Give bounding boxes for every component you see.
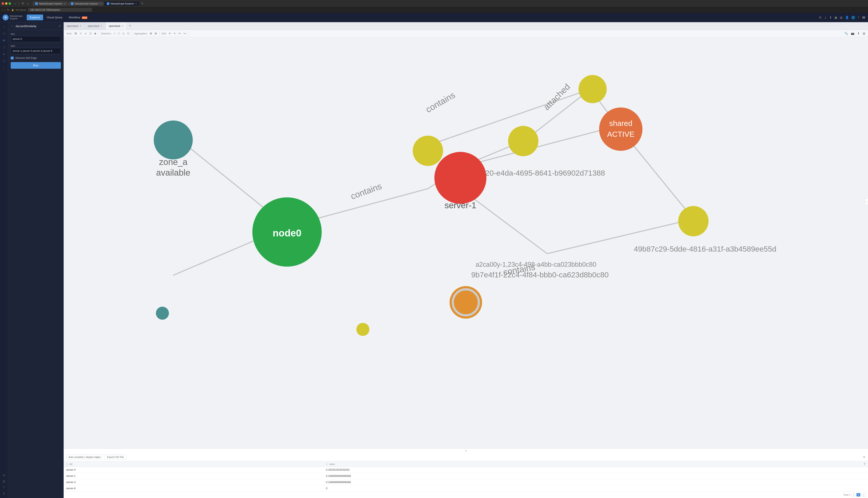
browser-tab-2[interactable]: NebulaGraph Explorer ✕ xyxy=(68,1,104,6)
node-bottom-left[interactable] xyxy=(156,306,169,319)
node-shared[interactable] xyxy=(599,107,642,151)
forward-button[interactable]: › xyxy=(17,1,20,5)
node-server1[interactable] xyxy=(434,152,487,204)
node-left-yellow[interactable] xyxy=(413,136,443,166)
panel-close-button[interactable]: ✕ xyxy=(58,24,61,28)
auto-fit-btn[interactable]: ⤢ xyxy=(78,31,83,36)
minimize-window-button[interactable] xyxy=(5,2,8,5)
export-csv-button[interactable]: Export CSV File xyxy=(105,455,126,459)
cell-value-3: 0 xyxy=(323,485,861,492)
sidebar-icon-hexagon[interactable]: ⬡ xyxy=(1,58,7,64)
redo-btn[interactable]: ↪ xyxy=(182,31,187,36)
console-icon[interactable]: ▣ xyxy=(834,16,837,19)
tab-favicon-3 xyxy=(107,2,109,5)
node-right-yellow[interactable] xyxy=(678,206,709,236)
close-window-button[interactable] xyxy=(2,2,4,5)
new-tab-button[interactable]: + xyxy=(140,1,144,6)
content-tab-1[interactable]: openstack ✕ xyxy=(64,22,85,30)
address-back-button[interactable]: ‹ xyxy=(2,8,3,12)
graph-canvas[interactable]: contains contains contains attached 69ce… xyxy=(64,37,868,448)
add-tab-button[interactable]: + xyxy=(127,24,133,28)
tab-close-2[interactable]: ✕ xyxy=(100,2,101,5)
detection-circle-btn[interactable]: ○ xyxy=(113,31,117,36)
layout-icon[interactable]: ▤ xyxy=(840,16,843,19)
reload-button[interactable]: ↻ xyxy=(21,1,25,5)
sidebar-icon-info[interactable]: ℹ xyxy=(1,490,7,496)
run-button[interactable]: Run xyxy=(11,62,61,69)
results-panel: ≡ Auto complete 1-degree edges Export CS… xyxy=(64,448,868,498)
table-view-btn[interactable]: ▤ xyxy=(861,31,866,36)
sidebar-icon-line[interactable]: ╱ xyxy=(1,44,7,50)
screenshot-btn[interactable]: 📷 xyxy=(850,31,855,36)
help-icon[interactable]: ? xyxy=(857,16,859,19)
nav-workflow[interactable]: Workflow Beta xyxy=(66,14,90,20)
results-footer: Total 4 ‹ 1 › xyxy=(64,492,868,498)
tab-close-3[interactable]: ✕ xyxy=(135,2,137,5)
sidebar-icon-history[interactable]: ↺ xyxy=(1,472,7,479)
content-tab-2[interactable]: openstack ✕ xyxy=(85,22,106,30)
content-tab-3[interactable]: openstack ✕ xyxy=(106,22,127,30)
sidebar-icon-search[interactable]: ⌕ xyxy=(1,24,7,30)
browser-tab-3[interactable]: NebulaGraph Explorer ✕ xyxy=(104,1,139,6)
share-btn[interactable]: ⬆ xyxy=(856,31,861,36)
detection-diamond-btn[interactable]: ◇ xyxy=(121,31,126,36)
panel-back-button[interactable]: ← xyxy=(11,24,14,28)
filter-icon[interactable]: ⊽ xyxy=(864,462,866,465)
prev-page-button[interactable]: ‹ xyxy=(852,493,855,497)
aggregation-split-btn[interactable]: ⊗ xyxy=(154,31,158,36)
ids2-input[interactable] xyxy=(11,48,61,54)
tab-close-1[interactable]: ✕ xyxy=(64,2,65,5)
nav-visual-query[interactable]: Visual Query xyxy=(43,14,65,20)
auto-expand-btn[interactable]: ⬡ xyxy=(88,31,93,36)
auto-complete-edges-button[interactable]: Auto complete 1-degree edges xyxy=(66,455,103,459)
node-top-yellow[interactable] xyxy=(578,75,607,103)
auto-collapse-btn[interactable]: ◈ xyxy=(93,31,98,36)
browser-tab-1[interactable]: NebulaGraph Explorer ✕ xyxy=(33,1,68,6)
export-icon[interactable]: ⬆ xyxy=(829,16,832,19)
content-tab-close-3[interactable]: ✕ xyxy=(122,25,124,27)
collapse-panel-button[interactable]: › xyxy=(865,198,868,205)
sidebar-icon-list[interactable]: ☰ xyxy=(1,479,7,484)
col-header-value[interactable]: ⇅ value xyxy=(323,461,861,467)
remove-self-edge-checkbox[interactable] xyxy=(11,56,14,60)
undo-btn[interactable]: ↩ xyxy=(178,31,182,36)
edit-pen-btn[interactable]: ✏ xyxy=(168,31,172,36)
nav-explorer[interactable]: Explorer xyxy=(27,14,43,20)
results-close-button[interactable]: ✕ xyxy=(863,455,866,459)
sidebar-icon-arrow[interactable]: ↑ xyxy=(1,65,7,71)
address-reload-button[interactable]: ↻ xyxy=(7,8,10,12)
col-header-id2[interactable]: ⇅ id2 xyxy=(64,461,323,467)
sidebar-icon-help[interactable]: ? xyxy=(1,484,7,490)
back-button[interactable]: ‹ xyxy=(14,1,17,5)
auto-select-btn[interactable]: ⊹ xyxy=(83,31,88,36)
node-middle-yellow[interactable] xyxy=(508,126,538,156)
node-bottom-mid[interactable] xyxy=(356,323,370,336)
content-tab-close-1[interactable]: ✕ xyxy=(80,25,81,27)
sidebar-icon-share[interactable]: ⟳ xyxy=(1,38,7,43)
toolbar: Auto: ⊞ ⤢ ⊹ ⬡ ◈ Detection: ○ □ ◇ ⬡ Aggre… xyxy=(64,30,868,37)
next-page-button[interactable]: › xyxy=(861,493,866,497)
user-icon[interactable]: 👤 xyxy=(845,16,849,19)
import-icon[interactable]: ⤓ xyxy=(824,16,827,19)
search-graph-btn[interactable]: 🔍 xyxy=(843,31,849,36)
panel-header: ← JaccardSimilarity ✕ xyxy=(8,22,63,30)
globe-icon[interactable]: 🌐 xyxy=(851,16,855,19)
address-forward-button[interactable]: › xyxy=(4,8,5,12)
home-button[interactable]: ⌂ xyxy=(26,1,29,5)
edit-cursor-btn[interactable]: ↖ xyxy=(173,31,177,36)
current-page[interactable]: 1 xyxy=(856,493,860,497)
sidebar-icon-cluster[interactable]: ✦ xyxy=(1,51,7,57)
drag-handle[interactable]: ≡ xyxy=(64,449,868,453)
detection-custom-btn[interactable]: ⬡ xyxy=(126,31,130,36)
auto-layout-btn[interactable]: ⊞ xyxy=(74,31,78,36)
aggregation-merge-btn[interactable]: ⊕ xyxy=(149,31,153,36)
ids1-input[interactable] xyxy=(11,36,61,42)
content-tab-close-2[interactable]: ✕ xyxy=(101,25,103,27)
schema-icon[interactable]: ⚙ xyxy=(819,16,822,19)
maximize-window-button[interactable] xyxy=(9,2,11,5)
settings-icon[interactable]: ☎ xyxy=(862,16,866,19)
detection-rect-btn[interactable]: □ xyxy=(117,31,121,36)
sidebar-icon-graph[interactable]: ⬡ xyxy=(1,31,7,37)
node-zone-a[interactable] xyxy=(154,120,193,160)
address-input[interactable] xyxy=(28,8,92,12)
